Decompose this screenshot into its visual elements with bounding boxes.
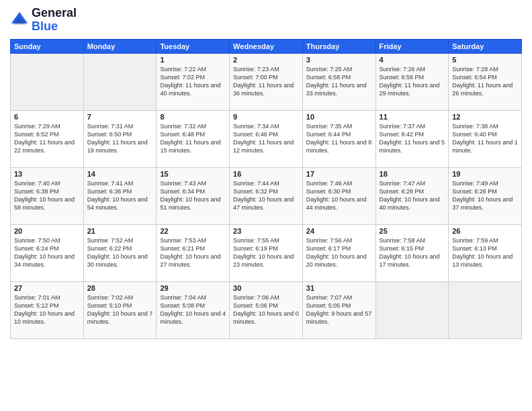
day-cell [83, 53, 157, 110]
day-cell: 4Sunrise: 7:26 AM Sunset: 6:56 PM Daylig… [375, 53, 449, 110]
day-cell: 31Sunrise: 7:07 AM Sunset: 5:05 PM Dayli… [302, 281, 375, 338]
weekday-header-saturday: Saturday [449, 39, 522, 53]
weekday-header-row: SundayMondayTuesdayWednesdayThursdayFrid… [11, 39, 522, 53]
day-cell: 3Sunrise: 7:25 AM Sunset: 6:58 PM Daylig… [302, 53, 375, 110]
day-number: 10 [306, 113, 372, 121]
day-cell: 15Sunrise: 7:43 AM Sunset: 6:34 PM Dayli… [157, 167, 230, 224]
day-cell [375, 281, 449, 338]
day-number: 24 [306, 227, 372, 235]
day-number: 6 [14, 113, 80, 121]
day-content: Sunrise: 7:47 AM Sunset: 6:28 PM Dayligh… [380, 179, 445, 212]
day-number: 31 [306, 284, 372, 292]
calendar-table: SundayMondayTuesdayWednesdayThursdayFrid… [10, 39, 522, 339]
day-number: 15 [160, 170, 226, 178]
day-content: Sunrise: 7:23 AM Sunset: 7:00 PM Dayligh… [233, 65, 299, 98]
day-content: Sunrise: 7:06 AM Sunset: 5:06 PM Dayligh… [233, 293, 299, 326]
day-cell: 21Sunrise: 7:52 AM Sunset: 6:22 PM Dayli… [83, 224, 157, 281]
day-cell [449, 281, 522, 338]
day-cell: 11Sunrise: 7:37 AM Sunset: 6:42 PM Dayli… [375, 110, 449, 167]
day-number: 30 [233, 284, 299, 292]
day-number: 9 [233, 113, 299, 121]
day-content: Sunrise: 7:44 AM Sunset: 6:32 PM Dayligh… [233, 179, 299, 212]
week-row-2: 6Sunrise: 7:29 AM Sunset: 6:52 PM Daylig… [11, 110, 522, 167]
day-number: 13 [14, 170, 80, 178]
day-number: 4 [380, 56, 445, 64]
day-number: 25 [380, 227, 445, 235]
logo-icon [10, 11, 29, 30]
day-content: Sunrise: 7:02 AM Sunset: 5:10 PM Dayligh… [87, 293, 153, 326]
day-cell: 1Sunrise: 7:22 AM Sunset: 7:02 PM Daylig… [157, 53, 230, 110]
day-cell: 8Sunrise: 7:32 AM Sunset: 6:48 PM Daylig… [157, 110, 230, 167]
page-header: General Blue [10, 7, 522, 34]
day-content: Sunrise: 7:32 AM Sunset: 6:48 PM Dayligh… [160, 122, 226, 155]
day-content: Sunrise: 7:35 AM Sunset: 6:44 PM Dayligh… [306, 122, 372, 155]
day-content: Sunrise: 7:38 AM Sunset: 6:40 PM Dayligh… [452, 122, 518, 155]
day-number: 1 [160, 56, 226, 64]
day-content: Sunrise: 7:52 AM Sunset: 6:22 PM Dayligh… [87, 236, 153, 269]
day-number: 28 [87, 284, 153, 292]
day-number: 12 [452, 113, 518, 121]
day-number: 14 [87, 170, 153, 178]
day-cell: 12Sunrise: 7:38 AM Sunset: 6:40 PM Dayli… [449, 110, 522, 167]
logo-blue: Blue [32, 20, 77, 34]
weekday-header-friday: Friday [375, 39, 449, 53]
day-content: Sunrise: 7:58 AM Sunset: 6:15 PM Dayligh… [380, 236, 445, 269]
week-row-4: 20Sunrise: 7:50 AM Sunset: 6:24 PM Dayli… [11, 224, 522, 281]
day-cell: 25Sunrise: 7:58 AM Sunset: 6:15 PM Dayli… [375, 224, 449, 281]
day-number: 16 [233, 170, 299, 178]
day-number: 20 [14, 227, 80, 235]
weekday-header-thursday: Thursday [302, 39, 375, 53]
day-cell: 30Sunrise: 7:06 AM Sunset: 5:06 PM Dayli… [230, 281, 303, 338]
day-cell: 10Sunrise: 7:35 AM Sunset: 6:44 PM Dayli… [302, 110, 375, 167]
day-cell: 16Sunrise: 7:44 AM Sunset: 6:32 PM Dayli… [230, 167, 303, 224]
day-number: 5 [452, 56, 518, 64]
day-cell: 29Sunrise: 7:04 AM Sunset: 5:08 PM Dayli… [157, 281, 230, 338]
day-cell: 6Sunrise: 7:29 AM Sunset: 6:52 PM Daylig… [11, 110, 84, 167]
day-cell: 2Sunrise: 7:23 AM Sunset: 7:00 PM Daylig… [230, 53, 303, 110]
day-number: 21 [87, 227, 153, 235]
day-content: Sunrise: 7:26 AM Sunset: 6:56 PM Dayligh… [380, 65, 445, 98]
day-cell: 14Sunrise: 7:41 AM Sunset: 6:36 PM Dayli… [83, 167, 157, 224]
day-cell: 5Sunrise: 7:28 AM Sunset: 6:54 PM Daylig… [449, 53, 522, 110]
day-content: Sunrise: 7:29 AM Sunset: 6:52 PM Dayligh… [14, 122, 80, 155]
day-cell [11, 53, 84, 110]
day-content: Sunrise: 7:34 AM Sunset: 6:46 PM Dayligh… [233, 122, 299, 155]
day-content: Sunrise: 7:56 AM Sunset: 6:17 PM Dayligh… [306, 236, 372, 269]
day-cell: 28Sunrise: 7:02 AM Sunset: 5:10 PM Dayli… [83, 281, 157, 338]
day-number: 17 [306, 170, 372, 178]
week-row-3: 13Sunrise: 7:40 AM Sunset: 6:38 PM Dayli… [11, 167, 522, 224]
weekday-header-wednesday: Wednesday [230, 39, 303, 53]
day-number: 19 [452, 170, 518, 178]
day-cell: 24Sunrise: 7:56 AM Sunset: 6:17 PM Dayli… [302, 224, 375, 281]
day-number: 3 [306, 56, 372, 64]
day-cell: 19Sunrise: 7:49 AM Sunset: 6:26 PM Dayli… [449, 167, 522, 224]
day-content: Sunrise: 7:50 AM Sunset: 6:24 PM Dayligh… [14, 236, 80, 269]
day-number: 11 [380, 113, 445, 121]
day-cell: 20Sunrise: 7:50 AM Sunset: 6:24 PM Dayli… [11, 224, 84, 281]
weekday-header-monday: Monday [83, 39, 157, 53]
day-number: 7 [87, 113, 153, 121]
day-cell: 18Sunrise: 7:47 AM Sunset: 6:28 PM Dayli… [375, 167, 449, 224]
day-number: 2 [233, 56, 299, 64]
day-cell: 17Sunrise: 7:46 AM Sunset: 6:30 PM Dayli… [302, 167, 375, 224]
logo-general: General [32, 7, 77, 20]
day-content: Sunrise: 7:49 AM Sunset: 6:26 PM Dayligh… [452, 179, 518, 212]
day-number: 27 [14, 284, 80, 292]
weekday-header-sunday: Sunday [11, 39, 84, 53]
day-cell: 27Sunrise: 7:01 AM Sunset: 5:12 PM Dayli… [11, 281, 84, 338]
day-number: 23 [233, 227, 299, 235]
day-cell: 23Sunrise: 7:55 AM Sunset: 6:19 PM Dayli… [230, 224, 303, 281]
day-content: Sunrise: 7:40 AM Sunset: 6:38 PM Dayligh… [14, 179, 80, 212]
weekday-header-tuesday: Tuesday [157, 39, 230, 53]
day-content: Sunrise: 7:37 AM Sunset: 6:42 PM Dayligh… [380, 122, 445, 155]
day-number: 26 [452, 227, 518, 235]
day-content: Sunrise: 7:07 AM Sunset: 5:05 PM Dayligh… [306, 293, 372, 326]
day-content: Sunrise: 7:43 AM Sunset: 6:34 PM Dayligh… [160, 179, 226, 212]
day-content: Sunrise: 7:25 AM Sunset: 6:58 PM Dayligh… [306, 65, 372, 98]
day-content: Sunrise: 7:31 AM Sunset: 6:50 PM Dayligh… [87, 122, 153, 155]
day-cell: 9Sunrise: 7:34 AM Sunset: 6:46 PM Daylig… [230, 110, 303, 167]
day-cell: 13Sunrise: 7:40 AM Sunset: 6:38 PM Dayli… [11, 167, 84, 224]
day-content: Sunrise: 7:41 AM Sunset: 6:36 PM Dayligh… [87, 179, 153, 212]
day-number: 22 [160, 227, 226, 235]
day-number: 18 [380, 170, 445, 178]
